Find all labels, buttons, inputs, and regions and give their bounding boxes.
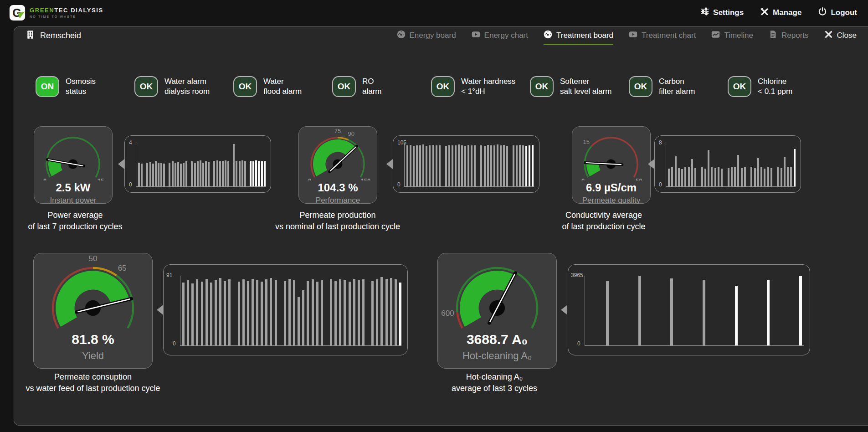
bar: [244, 161, 246, 186]
tab-energy-chart[interactable]: Energy chart: [472, 26, 528, 45]
bar: [316, 282, 318, 345]
bar: [141, 164, 143, 186]
gauge-dial: 50650100: [33, 253, 153, 332]
manage-button[interactable]: Manage: [760, 7, 801, 18]
caption-power-average: Power averageof last 7 production cycles: [0, 210, 150, 232]
tab-energy-board[interactable]: Energy board: [397, 26, 456, 45]
gauge-dial: 60006K: [437, 253, 557, 332]
bar: [688, 167, 690, 186]
bar: [480, 145, 482, 186]
caption-hot-cleaning-average: Hot-cleaning A₀average of last 3 cycles: [412, 371, 576, 394]
bar: [210, 283, 212, 345]
settings-button[interactable]: Settings: [700, 7, 744, 18]
caption-permeate-consumption: Permeate consuptionvs water feed of last…: [11, 371, 175, 394]
status-label: Carbonfilter alarm: [659, 77, 695, 97]
bar: [436, 145, 437, 186]
bar: [247, 165, 249, 187]
bar: [737, 155, 739, 186]
bar-series: [136, 143, 266, 187]
gauge-label: Instant power: [50, 196, 96, 205]
tab-close[interactable]: Close: [824, 26, 857, 45]
bar: [196, 279, 198, 345]
status-label: Water hardness< 1°dH: [461, 77, 515, 97]
bar: [264, 161, 266, 186]
bar: [711, 167, 713, 186]
tab-label: Energy chart: [484, 31, 528, 40]
tab-reports[interactable]: Reports: [769, 26, 809, 45]
logout-button[interactable]: Logout: [818, 7, 857, 18]
status-label: Chlorine< 0.1 ppm: [758, 77, 792, 97]
bar: [152, 164, 154, 186]
status-item-softener: OKSoftenersalt level alarm: [530, 76, 611, 97]
tab-label: Timeline: [724, 31, 753, 40]
gauge-permeate-quality: 15050 6.9 µS/cm Permeate quality: [572, 126, 651, 204]
bar: [334, 281, 337, 345]
gauge-instant-power: 015 2.5 kW Instant power: [34, 126, 113, 204]
bar: [767, 167, 769, 186]
report-document-icon: [769, 30, 777, 41]
tab-treatment-chart[interactable]: Treatment chart: [629, 26, 696, 45]
tab-treatment-board[interactable]: Treatment board: [544, 26, 613, 45]
tab-label: Treatment board: [556, 31, 613, 40]
status-item-water-hardness: OKWater hardness< 1°dH: [431, 76, 515, 97]
bar: [216, 160, 218, 186]
bar: [503, 145, 505, 186]
chart-yield: 91 0: [163, 264, 408, 355]
gauge-value: 81.8 %: [72, 332, 114, 347]
bar: [490, 145, 492, 186]
svg-text:6K: 6K: [534, 329, 544, 330]
svg-text:50: 50: [636, 177, 642, 180]
bar: [714, 168, 716, 186]
bar: [675, 156, 677, 187]
svg-text:75: 75: [334, 128, 341, 134]
y-axis-min-label: 0: [129, 181, 132, 188]
bar: [188, 165, 190, 187]
bar: [138, 163, 140, 186]
brand-text: GREENTEC DIALYSIS NO TIME TO WASTE: [30, 7, 103, 18]
bar: [413, 146, 415, 186]
y-axis-max-label: 8: [659, 139, 662, 146]
bar: [172, 161, 174, 186]
gauge-yield: 50650100 81.8 % Yield: [33, 253, 153, 369]
gauge-value: 6.9 µS/cm: [586, 181, 637, 194]
bar: [233, 144, 235, 186]
bar: [228, 279, 231, 345]
bar: [728, 168, 729, 186]
bar: [252, 161, 254, 186]
bar: [406, 145, 408, 186]
svg-text:100: 100: [128, 329, 141, 330]
bar: [764, 169, 765, 186]
bar: [224, 281, 226, 345]
link-arrow-icon: [118, 159, 124, 169]
bar: [358, 280, 360, 345]
bar: [734, 167, 736, 186]
gauge-value: 3688.7 A₀: [467, 332, 528, 347]
bar: [200, 160, 201, 186]
bar: [606, 281, 609, 345]
svg-text:0: 0: [453, 329, 457, 330]
bar-series: [666, 143, 796, 187]
bar: [744, 167, 746, 186]
status-badge: OK: [332, 76, 356, 97]
bar-series: [585, 276, 804, 346]
status-item-water-alarm: OKWater alarmdialysis room: [134, 76, 210, 97]
y-axis-min-label: 0: [173, 340, 176, 347]
svg-text:150: 150: [360, 177, 370, 180]
status-badge: OK: [728, 76, 751, 97]
bar-series: [404, 143, 534, 187]
bar: [265, 279, 267, 345]
status-badge: OK: [431, 76, 455, 97]
bar: [781, 168, 782, 186]
bar: [191, 283, 194, 345]
tab-timeline[interactable]: Timeline: [711, 26, 753, 45]
bar: [519, 145, 521, 186]
bar: [668, 169, 670, 186]
bar: [513, 145, 514, 186]
gauge-label: Yield: [82, 350, 104, 362]
bar: [255, 160, 257, 186]
status-item-ro: OKROalarm: [332, 76, 382, 97]
location-label: Remscheid: [40, 31, 81, 41]
link-arrow-icon: [561, 305, 567, 315]
link-arrow-icon: [386, 159, 393, 169]
bar: [760, 167, 762, 186]
